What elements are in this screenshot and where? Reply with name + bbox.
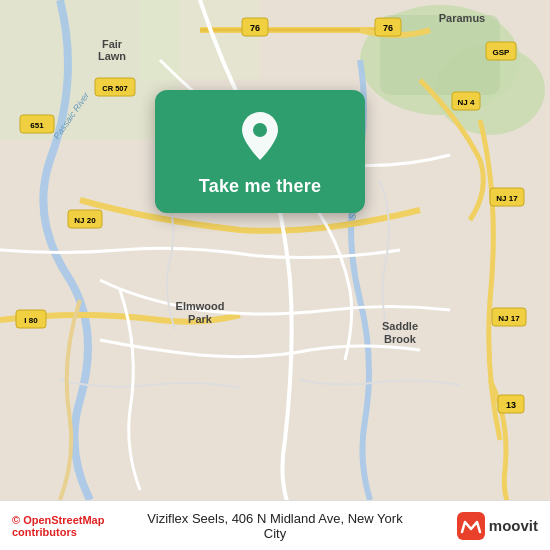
osm-attribution-text: © OpenStreetMap contributors xyxy=(12,514,104,538)
location-label: Viziflex Seels, 406 N Midland Ave, New Y… xyxy=(144,511,407,541)
action-card[interactable]: Take me there xyxy=(155,90,365,213)
svg-text:Park: Park xyxy=(188,313,213,325)
moovit-logo: moovit xyxy=(407,512,539,540)
svg-text:Fair: Fair xyxy=(102,38,123,50)
svg-text:76: 76 xyxy=(250,23,260,33)
svg-text:NJ 20: NJ 20 xyxy=(74,216,96,225)
map-container: 76 76 651 CR 507 NJ 20 NJ 4 NJ 17 NJ 17 … xyxy=(0,0,550,500)
svg-text:Lawn: Lawn xyxy=(98,50,126,62)
svg-text:Brook: Brook xyxy=(384,333,417,345)
moovit-logo-text: moovit xyxy=(489,517,538,534)
svg-rect-38 xyxy=(457,512,485,540)
svg-text:651: 651 xyxy=(30,121,44,130)
osm-attribution: © OpenStreetMap contributors xyxy=(12,514,144,538)
take-me-there-button[interactable]: Take me there xyxy=(199,176,321,197)
svg-text:NJ 17: NJ 17 xyxy=(496,194,518,203)
svg-text:Paramus: Paramus xyxy=(439,12,485,24)
svg-text:Saddle: Saddle xyxy=(382,320,418,332)
svg-text:13: 13 xyxy=(506,400,516,410)
svg-rect-5 xyxy=(140,0,260,80)
svg-point-37 xyxy=(253,123,267,137)
svg-text:CR 507: CR 507 xyxy=(102,84,127,93)
bottom-bar: © OpenStreetMap contributors Viziflex Se… xyxy=(0,500,550,550)
svg-text:I 80: I 80 xyxy=(24,316,38,325)
svg-text:Elmwood: Elmwood xyxy=(176,300,225,312)
svg-text:NJ 17: NJ 17 xyxy=(498,314,520,323)
svg-text:NJ 4: NJ 4 xyxy=(458,98,475,107)
svg-text:GSP: GSP xyxy=(493,48,511,57)
location-pin-icon xyxy=(234,110,286,162)
svg-text:76: 76 xyxy=(383,23,393,33)
